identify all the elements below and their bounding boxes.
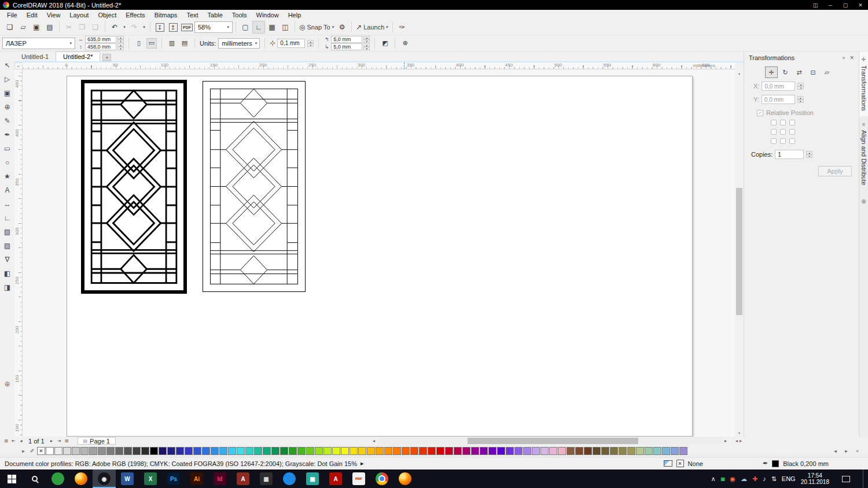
palette-swatch[interactable] xyxy=(341,447,349,455)
palette-swatch[interactable] xyxy=(176,447,184,455)
taskbar-clock[interactable]: 17:54 20.11.2018 xyxy=(801,472,829,485)
duplicate-distance-y-input[interactable]: 5,0 mm xyxy=(331,43,362,50)
smart-fill-tool[interactable]: ◨ xyxy=(1,280,14,294)
undo-history-dropdown[interactable]: ▾ xyxy=(122,21,127,34)
options-button[interactable]: ⚙ xyxy=(336,21,348,34)
minimize-button[interactable]: ─ xyxy=(823,0,838,10)
touch-mode-button[interactable]: ✑ xyxy=(396,21,409,34)
palette-swatch[interactable] xyxy=(514,447,523,455)
palette-swatch[interactable] xyxy=(141,447,149,455)
taskbar-app-pdf[interactable]: PDF xyxy=(347,469,370,488)
export-button[interactable]: ↥ xyxy=(167,21,179,34)
anchor-bottom-center-checkbox[interactable] xyxy=(780,138,786,144)
dimension-tool[interactable]: ↔ xyxy=(1,197,14,211)
docker-close-icon[interactable]: ✕ xyxy=(849,55,854,61)
palette-swatch[interactable] xyxy=(80,447,89,455)
pick-tool[interactable]: ↖ xyxy=(1,58,14,72)
freehand-tool[interactable]: ✎ xyxy=(1,114,14,128)
action-center-button[interactable] xyxy=(834,469,858,488)
taskbar-app-coreldraw[interactable]: ◉ xyxy=(93,469,116,488)
show-guidelines-button[interactable]: ◫ xyxy=(279,21,292,34)
docker-collapse-icon[interactable]: » xyxy=(842,55,845,61)
show-grid-button[interactable]: ▦ xyxy=(266,21,278,34)
scroll-down-icon[interactable]: ▾ xyxy=(735,429,744,437)
palette-swatch[interactable] xyxy=(358,447,366,455)
anchor-bottom-left-checkbox[interactable] xyxy=(771,138,777,144)
horizontal-scroll-thumb[interactable] xyxy=(468,438,638,444)
horizontal-scroll-track[interactable] xyxy=(377,437,722,445)
palette-swatch[interactable] xyxy=(106,447,115,455)
palette-swatch[interactable] xyxy=(63,447,71,455)
palette-swatch[interactable] xyxy=(315,447,323,455)
palette-swatch[interactable] xyxy=(211,447,219,455)
palette-swatch[interactable] xyxy=(679,447,687,455)
anchor-top-right-checkbox[interactable] xyxy=(789,120,795,125)
document-tab-untitled-2[interactable]: Untitled-2* xyxy=(56,51,100,61)
palette-swatch[interactable] xyxy=(558,447,566,455)
ruler-origin-button[interactable]: ⌐ xyxy=(14,62,23,69)
copies-spinner[interactable]: ▴▾ xyxy=(806,151,812,158)
scale-mirror-transform-button[interactable]: ⇄ xyxy=(793,66,806,78)
taskbar-app-photoshop[interactable]: Ps xyxy=(162,469,185,488)
page-height-input[interactable]: 458,0 mm xyxy=(85,43,116,50)
redo-history-dropdown[interactable]: ▾ xyxy=(141,21,147,34)
duplicate-x-spinner[interactable]: ▴▾ xyxy=(363,36,370,43)
insert-page-button[interactable]: ⊞ xyxy=(2,437,10,445)
palette-swatch[interactable] xyxy=(323,447,332,455)
add-page-button[interactable]: ⊞ xyxy=(63,437,71,445)
redo-button[interactable]: ↷ xyxy=(128,21,141,34)
anchor-top-left-checkbox[interactable] xyxy=(771,120,777,125)
anchor-bottom-right-checkbox[interactable] xyxy=(789,138,795,144)
last-page-button[interactable]: ⇥ xyxy=(56,437,63,445)
tray-network-icon[interactable]: ⇅ xyxy=(771,475,777,483)
palette-eyedropper-icon[interactable]: ✐ xyxy=(28,448,36,454)
palette-swatch[interactable] xyxy=(376,447,384,455)
palette-swatch[interactable] xyxy=(297,447,306,455)
palette-swatch[interactable] xyxy=(497,447,505,455)
palette-swatch[interactable] xyxy=(593,447,601,455)
anchor-middle-right-checkbox[interactable] xyxy=(789,129,795,135)
palette-swatch[interactable] xyxy=(662,447,670,455)
palette-swatch[interactable] xyxy=(540,447,549,455)
text-tool[interactable]: A xyxy=(1,183,14,197)
show-rulers-button[interactable]: ∟ xyxy=(252,21,265,34)
horizontal-scrollbar[interactable]: ◂ ▸ xyxy=(370,437,729,445)
tab-scroll-right-icon[interactable]: ▸ xyxy=(740,438,742,443)
drawing-canvas[interactable] xyxy=(23,69,735,437)
add-tools-button[interactable]: ⊕ xyxy=(0,377,14,391)
menu-table[interactable]: Table xyxy=(203,11,227,19)
page-tab[interactable]: ▤ Page 1 xyxy=(78,437,116,445)
palette-swatch[interactable] xyxy=(306,447,314,455)
taskbar-app-firefox[interactable] xyxy=(69,469,93,488)
crop-tool[interactable]: ▣ xyxy=(1,86,14,100)
maximize-button[interactable]: ▢ xyxy=(838,0,853,10)
rotate-transform-button[interactable]: ↻ xyxy=(779,66,792,78)
page-width-spinner[interactable]: ▴▾ xyxy=(117,36,124,43)
palette-scroll-left-icon[interactable]: ◂ xyxy=(832,448,839,454)
cut-button[interactable]: ✂ xyxy=(62,21,75,34)
connector-tool[interactable]: ∟ xyxy=(1,211,14,225)
zoom-level-combobox[interactable]: 58% ▾ xyxy=(194,21,233,33)
palette-swatch[interactable] xyxy=(237,447,245,455)
palette-swatch[interactable] xyxy=(124,447,132,455)
publish-pdf-button[interactable]: PDF xyxy=(180,21,194,34)
open-button[interactable]: ▱ xyxy=(17,21,30,34)
page-size-preset-combobox[interactable]: ЛАЗЕР ▾ xyxy=(2,38,75,49)
undo-button[interactable]: ↶ xyxy=(108,21,121,34)
palette-swatch[interactable] xyxy=(263,447,271,455)
palette-swatch[interactable] xyxy=(219,447,227,455)
palette-swatch[interactable] xyxy=(584,447,592,455)
first-page-button[interactable]: ⇤ xyxy=(10,437,17,445)
palette-flyout-icon[interactable]: ▸ xyxy=(20,448,27,454)
taskbar-app-illustrator[interactable]: Ai xyxy=(185,469,208,488)
menu-window[interactable]: Window xyxy=(252,11,284,19)
menu-file[interactable]: File xyxy=(2,11,22,19)
portrait-orientation-button[interactable]: ▯ xyxy=(134,38,144,49)
palette-swatch[interactable] xyxy=(653,447,661,455)
docker-tab-align-distribute[interactable]: ≡ Align and Distribute xyxy=(859,116,868,190)
palette-swatch[interactable] xyxy=(462,447,470,455)
vertical-scroll-thumb[interactable] xyxy=(736,188,742,315)
palette-swatch[interactable] xyxy=(436,447,444,455)
paste-button[interactable]: ❑ xyxy=(89,21,102,34)
palette-swatch[interactable] xyxy=(454,447,462,455)
